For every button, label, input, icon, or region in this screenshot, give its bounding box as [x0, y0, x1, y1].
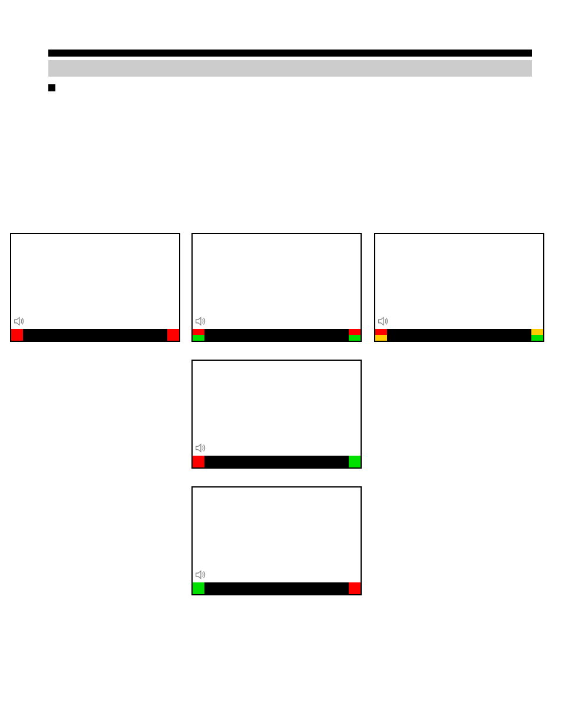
bullet-row — [48, 83, 532, 91]
panel-1-cap-right — [167, 329, 179, 341]
square-bullet-icon — [48, 84, 55, 91]
panels-grid — [48, 233, 532, 598]
gray-band — [48, 60, 532, 77]
speaker-icon — [194, 442, 207, 454]
panel-3 — [374, 233, 544, 342]
panel-1 — [10, 233, 180, 342]
panel-1-strip — [11, 329, 179, 341]
panel-2-strip — [193, 329, 361, 341]
panel-3-cap-right — [531, 329, 543, 341]
panel-2 — [191, 233, 362, 342]
page-content — [48, 46, 532, 598]
panel-4-cap-right — [349, 456, 361, 467]
panel-5 — [191, 486, 362, 595]
panel-4 — [191, 360, 362, 469]
panel-3-cap-left — [375, 329, 387, 341]
divider-top — [48, 50, 532, 57]
panel-1-cap-left — [11, 329, 23, 341]
speaker-icon — [194, 315, 207, 328]
speaker-icon — [194, 568, 207, 581]
speaker-icon — [12, 315, 25, 328]
panel-5-cap-right — [349, 582, 361, 594]
panel-4-strip — [193, 456, 361, 467]
panel-2-cap-right — [349, 329, 361, 341]
panel-2-cap-left — [193, 329, 204, 341]
speaker-icon — [376, 315, 389, 328]
panel-5-cap-left — [193, 582, 204, 594]
panel-3-strip — [375, 329, 543, 341]
panel-4-cap-left — [193, 456, 204, 467]
panel-5-strip — [193, 582, 361, 594]
